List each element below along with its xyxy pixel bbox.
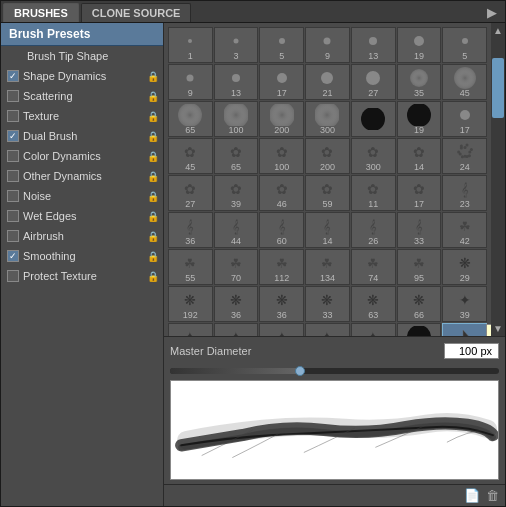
brush-size-label-36: 44 bbox=[231, 237, 241, 246]
new-brush-icon[interactable]: 📄 bbox=[464, 488, 480, 503]
brush-cell-40[interactable]: 𝄞33 bbox=[397, 212, 442, 248]
brush-cell-8[interactable]: 13 bbox=[214, 64, 259, 100]
sidebar-item-airbrush[interactable]: Airbrush 🔒 bbox=[1, 226, 163, 246]
sidebar-item-scattering[interactable]: Scattering 🔒 bbox=[1, 86, 163, 106]
brush-cell-17[interactable]: 300 bbox=[305, 101, 350, 137]
brush-cell-0[interactable]: 1 bbox=[168, 27, 213, 63]
scroll-down-arrow[interactable]: ▼ bbox=[491, 321, 505, 336]
scrollbar-vertical[interactable]: ▲ ▼ bbox=[491, 23, 505, 336]
brush-cell-60[interactable]: ✦32 bbox=[351, 323, 396, 336]
brush-cell-2[interactable]: 5 bbox=[259, 27, 304, 63]
brush-cell-11[interactable]: 27 bbox=[351, 64, 396, 100]
brush-cell-43[interactable]: ☘70 bbox=[214, 249, 259, 285]
sidebar-item-wet-edges[interactable]: Wet Edges 🔒 bbox=[1, 206, 163, 226]
brush-cell-41[interactable]: ☘42 bbox=[442, 212, 487, 248]
brush-cell-14[interactable]: 65 bbox=[168, 101, 213, 137]
brush-cell-57[interactable]: ✦11 bbox=[214, 323, 259, 336]
brush-cell-59[interactable]: ✦48 bbox=[305, 323, 350, 336]
brush-cell-35[interactable]: 𝄞36 bbox=[168, 212, 213, 248]
brush-cell-31[interactable]: ✿59 bbox=[305, 175, 350, 211]
slider-track[interactable] bbox=[170, 368, 499, 374]
brush-cell-36[interactable]: 𝄞44 bbox=[214, 212, 259, 248]
sidebar-item-texture[interactable]: Texture 🔒 bbox=[1, 106, 163, 126]
lock-icon-other-dynamics: 🔒 bbox=[147, 171, 159, 182]
brush-cell-27[interactable]: 24 bbox=[442, 138, 487, 174]
brush-size-label-38: 14 bbox=[322, 237, 332, 246]
brush-preview-14 bbox=[178, 104, 202, 126]
brush-cell-15[interactable]: 100 bbox=[214, 101, 259, 137]
brush-cell-49[interactable]: ❋192 bbox=[168, 286, 213, 322]
brush-cell-47[interactable]: ☘95 bbox=[397, 249, 442, 285]
brush-cell-7[interactable]: 9 bbox=[168, 64, 213, 100]
brush-cell-9[interactable]: 17 bbox=[259, 64, 304, 100]
brush-cell-32[interactable]: ✿11 bbox=[351, 175, 396, 211]
brush-cell-45[interactable]: ☘134 bbox=[305, 249, 350, 285]
scrollbar-thumb[interactable] bbox=[492, 58, 504, 118]
brush-cell-29[interactable]: ✿39 bbox=[214, 175, 259, 211]
sidebar-label-protect-texture: Protect Texture bbox=[23, 270, 147, 282]
brush-cell-58[interactable]: ✦11 bbox=[259, 323, 304, 336]
brush-cell-46[interactable]: ☘74 bbox=[351, 249, 396, 285]
brush-cell-28[interactable]: ✿27 bbox=[168, 175, 213, 211]
brush-cell-25[interactable]: ✿300 bbox=[351, 138, 396, 174]
check-area-smoothing bbox=[5, 248, 21, 264]
brush-size-label-39: 26 bbox=[368, 237, 378, 246]
brush-size-label-2: 5 bbox=[279, 52, 284, 61]
brush-cell-50[interactable]: ❋36 bbox=[214, 286, 259, 322]
brush-cell-20[interactable]: 17 bbox=[442, 101, 487, 137]
checkbox-texture bbox=[7, 110, 19, 122]
brush-cell-21[interactable]: ✿45 bbox=[168, 138, 213, 174]
brush-cell-37[interactable]: 𝄞60 bbox=[259, 212, 304, 248]
brush-cell-53[interactable]: ❋63 bbox=[351, 286, 396, 322]
sidebar-item-brush-tip-shape[interactable]: Brush Tip Shape bbox=[1, 46, 163, 66]
brush-cell-51[interactable]: ❋36 bbox=[259, 286, 304, 322]
sidebar-item-other-dynamics[interactable]: Other Dynamics 🔒 bbox=[1, 166, 163, 186]
brush-cell-33[interactable]: ✿17 bbox=[397, 175, 442, 211]
brush-cell-44[interactable]: ☘112 bbox=[259, 249, 304, 285]
brush-cell-62[interactable]: 1Rough Round Bristle bbox=[442, 323, 487, 336]
brush-cell-19[interactable]: 19 bbox=[397, 101, 442, 137]
delete-brush-icon[interactable]: 🗑 bbox=[486, 488, 499, 503]
brush-cell-3[interactable]: 9 bbox=[305, 27, 350, 63]
brush-cell-52[interactable]: ❋33 bbox=[305, 286, 350, 322]
brush-cell-26[interactable]: ✿14 bbox=[397, 138, 442, 174]
brush-cell-1[interactable]: 3 bbox=[214, 27, 259, 63]
scroll-up-arrow[interactable]: ▲ bbox=[491, 23, 505, 38]
sidebar-item-shape-dynamics[interactable]: Shape Dynamics 🔒 bbox=[1, 66, 163, 86]
sidebar-item-color-dynamics[interactable]: Color Dynamics 🔒 bbox=[1, 146, 163, 166]
brush-cell-61[interactable]: 55 bbox=[397, 323, 442, 336]
brush-preview-33: ✿ bbox=[407, 178, 431, 200]
brush-cell-18[interactable] bbox=[351, 101, 396, 137]
brush-cell-54[interactable]: ❋66 bbox=[397, 286, 442, 322]
sidebar-item-smoothing[interactable]: Smoothing 🔒 bbox=[1, 246, 163, 266]
master-diameter-input[interactable] bbox=[444, 343, 499, 359]
brush-size-label-1: 3 bbox=[234, 52, 239, 61]
svg-point-6 bbox=[462, 38, 468, 44]
brush-cell-24[interactable]: ✿200 bbox=[305, 138, 350, 174]
brush-cell-12[interactable]: 35 bbox=[397, 64, 442, 100]
panel-menu-icon[interactable]: ▶ bbox=[481, 3, 503, 22]
brush-cell-30[interactable]: ✿46 bbox=[259, 175, 304, 211]
brush-cell-16[interactable]: 200 bbox=[259, 101, 304, 137]
brush-size-label-41: 42 bbox=[460, 237, 470, 246]
brush-cell-42[interactable]: ☘55 bbox=[168, 249, 213, 285]
brush-cell-39[interactable]: 𝄞26 bbox=[351, 212, 396, 248]
brush-cell-4[interactable]: 13 bbox=[351, 27, 396, 63]
brush-cell-22[interactable]: ✿65 bbox=[214, 138, 259, 174]
tab-brushes[interactable]: BRUSHES bbox=[3, 3, 79, 22]
brush-cell-56[interactable]: ✦63 bbox=[168, 323, 213, 336]
brush-cell-10[interactable]: 21 bbox=[305, 64, 350, 100]
sidebar-item-protect-texture[interactable]: Protect Texture 🔒 bbox=[1, 266, 163, 286]
tab-clone-source[interactable]: CLONE SOURCE bbox=[81, 3, 192, 22]
brush-cell-5[interactable]: 19 bbox=[397, 27, 442, 63]
brush-cell-34[interactable]: 𝄞23 bbox=[442, 175, 487, 211]
brush-cell-55[interactable]: ✦39 bbox=[442, 286, 487, 322]
brush-cell-38[interactable]: 𝄞14 bbox=[305, 212, 350, 248]
sidebar-item-dual-brush[interactable]: Dual Brush 🔒 bbox=[1, 126, 163, 146]
brush-cell-13[interactable]: 45 bbox=[442, 64, 487, 100]
slider-thumb[interactable] bbox=[295, 366, 305, 376]
brush-cell-6[interactable]: 5 bbox=[442, 27, 487, 63]
brush-cell-23[interactable]: ✿100 bbox=[259, 138, 304, 174]
brush-cell-48[interactable]: ❋29 bbox=[442, 249, 487, 285]
sidebar-item-noise[interactable]: Noise 🔒 bbox=[1, 186, 163, 206]
